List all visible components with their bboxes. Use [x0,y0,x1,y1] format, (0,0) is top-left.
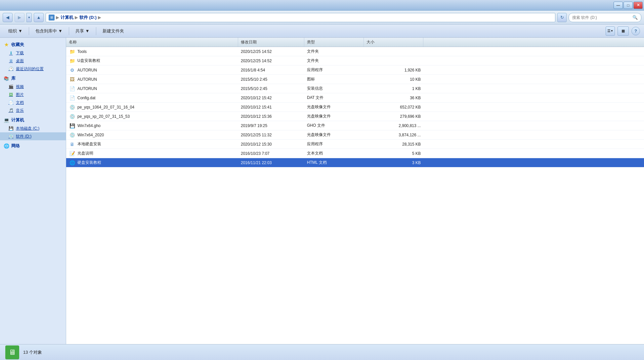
sidebar-item-desktop[interactable]: 🖥 桌面 [0,57,66,65]
file-name: U盘安装教程 [77,58,100,64]
file-type-icon: 📝 [69,151,75,157]
table-row[interactable]: ⚙ AUTORUN 2016/1/8 4:54 应用程序 1,926 KB [66,66,644,75]
table-row[interactable]: 💿 pe_yqs_xp_20_07_31_15_53 2020/10/12 15… [66,112,644,121]
help-icon: ? [634,28,637,33]
sidebar-item-recent[interactable]: 🕐 最近访问的位置 [0,65,66,73]
up-button[interactable]: ▲ [34,13,44,22]
file-type-cell: 文件夹 [304,56,364,65]
sidebar-favorites-header[interactable]: ★ 收藏夹 [0,40,66,49]
table-row[interactable]: 📁 Tools 2020/12/25 14:52 文件夹 [66,47,644,56]
share-button[interactable]: 共享 ▼ [71,26,94,36]
col-header-date[interactable]: 修改日期 [238,38,304,47]
table-row[interactable]: 📄 Config.dat 2020/10/12 15:42 DAT 文件 36 … [66,93,644,103]
table-row[interactable]: 💾 Win7x64.gho 2019/9/7 19:25 GHO 文件 2,90… [66,121,644,130]
forward-button[interactable]: ▶ [15,13,24,22]
file-date-cell: 2016/10/23 7:07 [238,149,304,158]
favorites-label: 收藏夹 [11,42,24,48]
share-dropdown-icon: ▼ [85,28,90,33]
sidebar-network-header[interactable]: 🌐 网络 [0,142,66,150]
file-type-icon: 📁 [69,49,75,55]
maximize-button[interactable]: □ [623,2,633,9]
close-button[interactable]: ✕ [633,2,643,9]
titlebar: — □ ✕ [0,0,644,11]
share-label: 共享 [75,28,84,34]
sidebar-computer-header[interactable]: 💻 计算机 [0,116,66,124]
sidebar-section-library: 📚 库 🎬 视频 🖼 图片 📄 文档 🎵 音乐 [0,74,66,114]
file-date-cell: 2020/10/12 15:36 [238,112,304,121]
file-area: 名称 修改日期 类型 大小 📁 Tools 2020/12/25 14:52 文… [66,38,644,344]
file-date-cell: 2015/5/10 2:45 [238,75,304,84]
refresh-button[interactable]: ↻ [557,13,567,22]
sidebar-library-header[interactable]: 📚 库 [0,74,66,83]
col-header-name[interactable]: 名称 [66,38,238,47]
sidebar-item-soft-disk[interactable]: 💿 软件 (D:) [0,132,66,140]
file-type-icon: 💿 [69,132,75,138]
local-disk-label: 本地磁盘 (C:) [16,126,39,131]
file-name-cell: 📄 AUTORUN [66,84,238,93]
file-name-cell: 💿 pe_yqs_xp_20_07_31_15_53 [66,112,238,121]
table-row[interactable]: 💿 Win7x64_2020 2020/12/25 11:32 光盘映像文件 3… [66,130,644,140]
nav-dropdown[interactable]: ▼ [26,13,32,22]
search-box[interactable]: 🔍 [569,13,641,22]
table-row[interactable]: 🌐 硬盘安装教程 2016/11/21 22:03 HTML 文档 3 KB [66,158,644,167]
new-folder-button[interactable]: 新建文件夹 [98,26,128,36]
file-name-cell: 📁 Tools [66,47,238,56]
include-dropdown-icon: ▼ [58,28,63,33]
search-input[interactable] [572,15,630,20]
address-path[interactable]: 🖥 ▶ 计算机 ▶ 软件 (D:) ▶ [46,13,555,22]
file-size-cell: 279,696 KB [364,112,423,121]
table-row[interactable]: 💿 pe_yqs_1064_20_07_31_16_04 2020/10/12 … [66,103,644,112]
file-name: Win7x64.gho [77,123,101,128]
toolbar-sep-2 [69,27,69,35]
sidebar-item-music[interactable]: 🎵 音乐 [0,107,66,114]
include-button[interactable]: 包含到库中 ▼ [31,26,67,36]
col-header-size[interactable]: 大小 [364,38,423,47]
col-header-type[interactable]: 类型 [304,38,364,47]
file-date-cell: 2020/10/12 15:30 [238,140,304,149]
sidebar-section-computer: 💻 计算机 💾 本地磁盘 (C:) 💿 软件 (D:) [0,116,66,140]
download-icon: ⬇ [8,50,14,56]
file-type-cell: HTML 文档 [304,158,364,167]
sidebar-item-video[interactable]: 🎬 视频 [0,83,66,91]
path-sep-1: ▶ [56,15,59,20]
file-size-cell: 652,072 KB [364,103,423,112]
back-button[interactable]: ◀ [3,13,13,22]
organize-button[interactable]: 组织 ▼ [4,26,27,36]
file-type-icon: 🌐 [69,160,75,166]
path-drive[interactable]: 软件 (D:) [79,15,97,21]
file-date-cell: 2016/1/8 4:54 [238,66,304,74]
sidebar-item-download[interactable]: ⬇ 下载 [0,49,66,57]
details-pane-button[interactable]: ▦ [618,26,629,36]
file-name: AUTORUN [77,68,97,72]
file-type-icon: 📁 [69,58,75,64]
path-icon: 🖥 [49,15,55,21]
sidebar-item-image[interactable]: 🖼 图片 [0,91,66,99]
sidebar-item-local-disk[interactable]: 💾 本地磁盘 (C:) [0,124,66,132]
doc-icon: 📄 [8,100,14,106]
sidebar-item-doc[interactable]: 📄 文档 [0,99,66,107]
table-row[interactable]: 🖼 AUTORUN 2015/5/10 2:45 图标 10 KB [66,75,644,84]
file-name-cell: 📁 U盘安装教程 [66,56,238,65]
path-computer[interactable]: 计算机 [61,15,73,21]
file-size-cell: 2,900,813 ... [364,121,423,130]
computer-label: 计算机 [11,117,24,123]
table-row[interactable]: 📄 AUTORUN 2015/5/10 2:45 安装信息 1 KB [66,84,644,93]
help-button[interactable]: ? [631,27,640,35]
details-pane-icon: ▦ [622,29,625,33]
image-icon: 🖼 [8,92,14,98]
file-name-cell: 💾 Win7x64.gho [66,121,238,130]
music-label: 音乐 [16,108,24,113]
file-name: AUTORUN [77,77,97,82]
table-row[interactable]: 🖥 本地硬盘安装 2020/10/12 15:30 应用程序 28,315 KB [66,140,644,149]
table-row[interactable]: 📁 U盘安装教程 2020/12/25 14:52 文件夹 [66,56,644,66]
file-date-cell: 2016/11/21 22:03 [238,158,304,167]
doc-label: 文档 [16,100,24,106]
file-name: 光盘说明 [77,151,93,156]
network-icon: 🌐 [3,143,9,149]
soft-disk-label: 软件 (D:) [16,134,31,139]
view-button[interactable]: ☰ ▼ [606,26,615,36]
minimize-button[interactable]: — [614,2,623,9]
file-type-cell: 应用程序 [304,66,364,74]
table-row[interactable]: 📝 光盘说明 2016/10/23 7:07 文本文档 5 KB [66,149,644,158]
file-type-icon: 💿 [69,113,75,119]
